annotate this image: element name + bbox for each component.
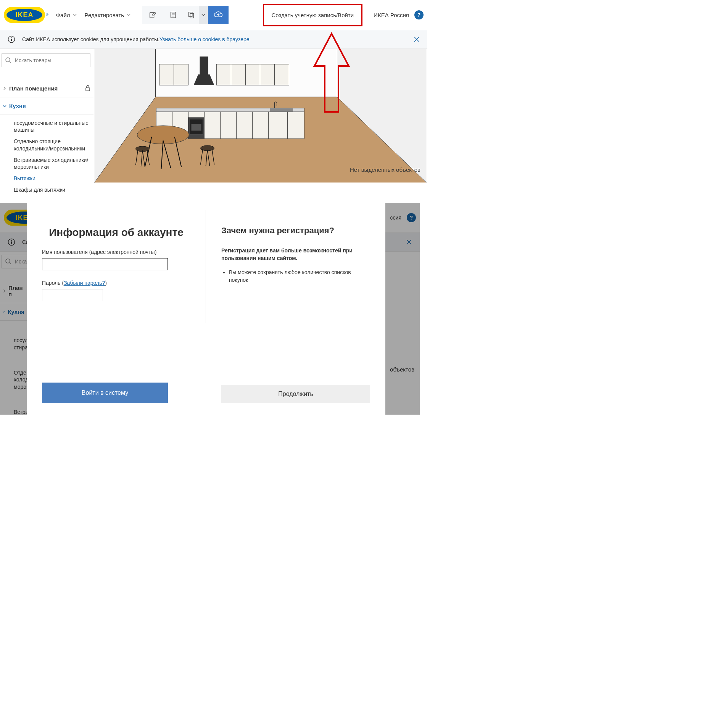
svg-rect-31 <box>270 108 293 111</box>
password-label: Пароль (Забыли пароль?) <box>42 280 190 286</box>
search-input[interactable] <box>2 53 90 67</box>
kitchen-3d-view <box>93 49 427 200</box>
category-item[interactable]: Встраиваемые холодильники/морозильники <box>11 154 93 173</box>
continue-button[interactable]: Продолжить <box>221 385 370 403</box>
svg-rect-34 <box>217 64 231 85</box>
modal-title-right: Зачем нужна регистрация? <box>221 226 370 236</box>
chevron-right-icon <box>2 86 7 90</box>
copy-dropdown[interactable] <box>199 6 208 24</box>
signin-link[interactable]: Создать учетную запись/Войти <box>263 4 363 26</box>
panel-room-plan[interactable]: План помещения <box>0 79 93 97</box>
svg-rect-33 <box>174 64 188 85</box>
svg-point-7 <box>6 58 10 62</box>
help-button[interactable]: ? <box>414 10 424 19</box>
svg-rect-38 <box>275 64 289 85</box>
username-label: Имя пользователя (адрес электронной почт… <box>42 249 190 255</box>
svg-rect-21 <box>188 112 205 118</box>
svg-rect-35 <box>231 64 246 85</box>
menu-edit[interactable]: Редактировать <box>85 12 131 18</box>
panel-kitchen[interactable]: Кухня <box>0 97 93 115</box>
svg-rect-25 <box>237 112 253 139</box>
divider <box>368 10 368 20</box>
svg-point-5 <box>11 37 12 38</box>
svg-rect-8 <box>86 88 90 91</box>
svg-rect-37 <box>260 64 275 85</box>
svg-rect-26 <box>253 112 269 139</box>
chevron-down-icon <box>2 104 7 108</box>
benefit-item: Вы можете сохранять любое количество спи… <box>229 269 370 284</box>
edit-tool-button[interactable] <box>142 6 163 24</box>
notes-icon <box>169 11 177 19</box>
svg-rect-27 <box>269 112 288 139</box>
design-canvas[interactable]: Нет выделенных объектов <box>93 49 427 200</box>
svg-rect-2 <box>189 12 192 17</box>
svg-rect-24 <box>221 112 237 139</box>
cloud-upload-icon <box>213 11 223 19</box>
close-icon[interactable] <box>414 36 420 42</box>
chevron-down-icon <box>201 13 205 17</box>
chevron-down-icon <box>126 13 131 17</box>
region-link[interactable]: ИКЕА Россия <box>374 12 409 18</box>
category-item[interactable]: Отдельно стоящие холодильники/морозильни… <box>11 136 93 154</box>
forgot-password-link[interactable]: Забыли пароль? <box>64 280 105 286</box>
svg-rect-23 <box>205 112 221 139</box>
modal-title-left: Информация об аккаунте <box>42 226 190 239</box>
modal-subtext: Регистрация дает вам больше возможностей… <box>221 247 370 262</box>
svg-rect-39 <box>200 57 208 74</box>
menu-file[interactable]: Файл <box>56 12 77 18</box>
cloud-save-button[interactable] <box>208 6 229 24</box>
cookie-learn-more-link[interactable]: Узнать больше о cookies в браузере <box>159 36 250 42</box>
info-icon <box>8 36 15 43</box>
copy-icon <box>187 11 195 19</box>
search-icon <box>5 57 12 64</box>
category-item[interactable]: Вытяжки <box>11 173 93 184</box>
svg-rect-3 <box>190 13 193 18</box>
svg-rect-6 <box>11 39 12 41</box>
svg-rect-32 <box>159 64 174 85</box>
username-field[interactable] <box>42 258 168 270</box>
pencil-icon <box>148 11 157 19</box>
cookie-text: Сайт ИКЕА использует cookies для упрощен… <box>22 36 159 42</box>
svg-rect-28 <box>288 112 304 139</box>
svg-rect-36 <box>246 64 260 85</box>
category-list[interactable]: посудомоечные и стиральные машины Отдель… <box>0 115 93 200</box>
selection-status: Нет выделенных объектов <box>350 166 420 173</box>
ikea-logo[interactable]: IKEA ® <box>4 7 48 23</box>
svg-rect-30 <box>192 124 201 131</box>
chevron-down-icon <box>72 13 77 17</box>
login-modal: Информация об аккаунте Имя пользователя … <box>27 203 385 415</box>
sidebar: План помещения Кухня посудомоечные и сти… <box>0 49 93 200</box>
password-field[interactable] <box>42 289 103 301</box>
category-item[interactable]: Шкафы для вытяжки <box>11 184 93 195</box>
notes-button[interactable] <box>163 6 184 24</box>
app-header: IKEA ® Файл Редактировать <box>0 0 427 30</box>
unlock-icon[interactable] <box>84 85 91 92</box>
cookie-banner: Сайт ИКЕА использует cookies для упрощен… <box>0 30 427 49</box>
category-item[interactable]: посудомоечные и стиральные машины <box>11 117 93 136</box>
copy-button[interactable] <box>184 6 199 24</box>
login-button[interactable]: Войти в систему <box>42 383 168 403</box>
